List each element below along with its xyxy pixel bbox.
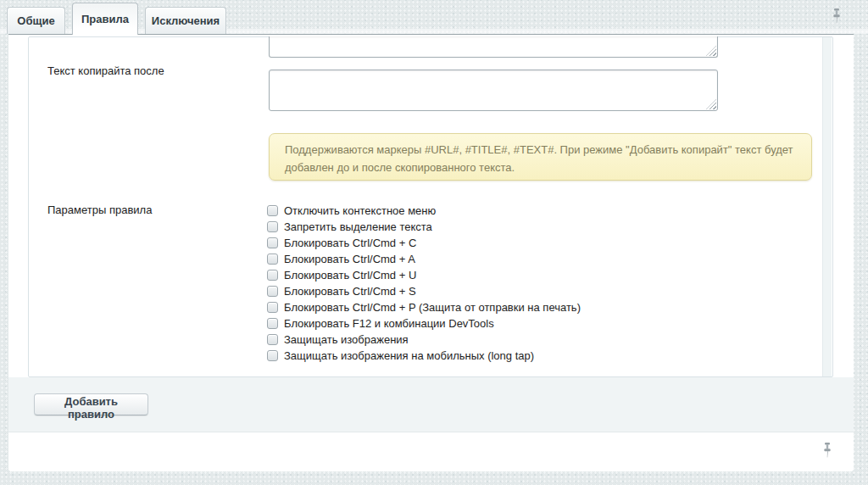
page-background: Общие Правила Исключения Текст копирайта… [0, 0, 868, 485]
checkbox-row[interactable]: Запретить выделение текста [267, 219, 793, 235]
add-rule-button[interactable]: Добавить правило [34, 393, 148, 415]
checkbox-label: Блокировать Ctrl/Cmd + U [284, 269, 416, 282]
checkbox[interactable] [267, 254, 278, 265]
copyright-after-textarea[interactable] [269, 70, 718, 111]
tab-rules[interactable]: Правила [72, 3, 138, 35]
panel-footer: Сохранить [8, 432, 854, 471]
tab-general[interactable]: Общие [7, 7, 65, 34]
rule-params-checkbox-list: Отключить контекстное меню Запретить выд… [267, 203, 793, 364]
checkbox-label: Защищать изображения на мобильных (long … [284, 349, 534, 362]
rule-form: Текст копирайта после Поддерживаются мар… [28, 36, 833, 377]
checkbox-row[interactable]: Защищать изображения на мобильных (long … [267, 348, 793, 364]
tab-exceptions[interactable]: Исключения [145, 7, 226, 34]
tab-bar: Общие Правила Исключения [0, 0, 868, 35]
checkbox[interactable] [267, 302, 278, 313]
checkbox[interactable] [267, 221, 278, 232]
form-right-gutter [822, 37, 832, 376]
checkbox-label: Отключить контекстное меню [284, 204, 436, 217]
checkbox[interactable] [267, 286, 278, 297]
checkbox[interactable] [267, 205, 278, 216]
checkbox-label: Защищать изображения [284, 333, 409, 346]
copyright-after-label: Текст копирайта после [47, 64, 164, 77]
checkbox-label: Блокировать Ctrl/Cmd + A [284, 253, 415, 265]
checkbox-row[interactable]: Блокировать Ctrl/Cmd + A [267, 251, 793, 267]
checkbox[interactable] [267, 318, 278, 329]
checkbox-label: Запретить выделение текста [284, 220, 432, 233]
partial-top-textarea[interactable] [269, 36, 718, 58]
partial-top-textarea-input[interactable] [270, 36, 717, 57]
tab-content-panel: Текст копирайта после Поддерживаются мар… [8, 34, 854, 471]
checkbox-row[interactable]: Блокировать F12 и комбинации DevTools [267, 315, 793, 332]
tab-label: Правила [81, 13, 129, 25]
checkbox-label: Блокировать Ctrl/Cmd + S [284, 285, 416, 298]
copyright-after-textarea-input[interactable] [270, 70, 717, 110]
checkbox[interactable] [267, 237, 278, 248]
tab-label: Общие [17, 14, 54, 27]
checkbox-row[interactable]: Блокировать Ctrl/Cmd + C [267, 235, 793, 251]
checkbox-row[interactable]: Блокировать Ctrl/Cmd + P (Защита от отпр… [267, 299, 793, 315]
markers-notice: Поддерживаются маркеры #URL#, #TITLE#, #… [269, 133, 812, 181]
checkbox[interactable] [267, 270, 278, 281]
pushpin-icon[interactable] [822, 443, 832, 458]
checkbox-row[interactable]: Блокировать Ctrl/Cmd + S [267, 283, 793, 299]
checkbox[interactable] [267, 334, 278, 345]
tab-label: Исключения [152, 14, 220, 27]
checkbox-row[interactable]: Отключить контекстное меню [267, 203, 793, 219]
checkbox-label: Блокировать Ctrl/Cmd + P (Защита от отпр… [284, 301, 581, 314]
checkbox-label: Блокировать F12 и комбинации DevTools [284, 317, 494, 330]
checkbox-row[interactable]: Блокировать Ctrl/Cmd + U [267, 267, 793, 283]
checkbox[interactable] [267, 350, 278, 361]
checkbox-row[interactable]: Защищать изображения [267, 332, 793, 348]
rule-params-label: Параметры правила [47, 203, 152, 216]
checkbox-label: Блокировать Ctrl/Cmd + C [284, 237, 416, 249]
